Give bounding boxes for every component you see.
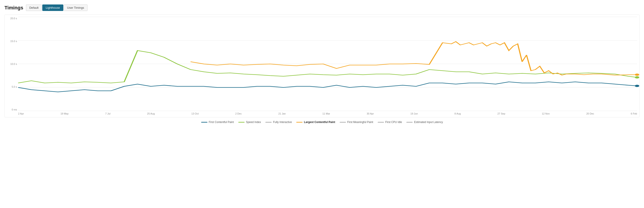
legend-eil: Estimated Input Latency	[406, 120, 443, 124]
legend-lcp-label: Largest Contentful Paint	[304, 120, 335, 124]
tab-user-timings[interactable]: User Timings	[64, 4, 88, 11]
legend-fci: First CPU Idle	[378, 120, 402, 124]
x-label-jul7: 7 Jul	[105, 112, 110, 115]
x-label-may19: 19 May	[60, 112, 68, 115]
legend-fcp: First Contentful Paint	[201, 120, 234, 124]
x-label-sep27: 27 Sep	[498, 112, 505, 115]
y-label-10: 10.0 s	[6, 62, 17, 65]
x-label-aug8: 8 Aug	[454, 112, 461, 115]
legend-fmp-label: First Meaningful Paint	[347, 120, 373, 124]
tab-default[interactable]: Default	[26, 4, 42, 11]
x-label-oct13: 13 Oct	[191, 112, 198, 115]
legend-fmp-line	[340, 122, 346, 122]
lcp-end-dot	[635, 74, 639, 76]
x-label-jan21: 21 Jan	[278, 112, 286, 115]
y-label-20: 20.0 s	[6, 17, 17, 20]
chart-container: 0 ms 5.0 s 10.0 s 15.0 s 20.0 s	[4, 14, 640, 118]
legend: First Contentful Paint Speed Index Fully…	[4, 120, 640, 124]
legend-fi-label: Fully Interactive	[273, 120, 292, 124]
x-label-dec2: 2 Dec	[235, 112, 242, 115]
legend-fcp-label: First Contentful Paint	[209, 120, 234, 124]
y-label-0: 0 ms	[6, 108, 17, 111]
legend-si-line	[238, 122, 244, 122]
fcp-end-dot	[635, 85, 639, 87]
legend-si-label: Speed Index	[246, 120, 261, 124]
legend-fi-line	[266, 122, 272, 122]
legend-fi: Fully Interactive	[266, 120, 292, 124]
tab-lighthouse[interactable]: Lighthouse	[42, 4, 63, 11]
page-title: Timings	[4, 5, 23, 11]
legend-fci-label: First CPU Idle	[385, 120, 402, 124]
lcp-line	[191, 42, 637, 75]
y-axis: 0 ms 5.0 s 10.0 s 15.0 s 20.0 s	[6, 17, 17, 111]
y-label-15: 15.0 s	[6, 40, 17, 42]
x-label-aug25: 25 Aug	[147, 112, 154, 115]
y-label-5: 5.0 s	[6, 86, 17, 88]
x-label-nov12: 12 Nov	[542, 112, 550, 115]
chart-area: 0 ms 5.0 s 10.0 s 15.0 s 20.0 s	[18, 17, 637, 111]
legend-si: Speed Index	[238, 120, 261, 124]
speed-index-line	[18, 50, 637, 83]
legend-fcp-line	[201, 122, 208, 122]
legend-eil-label: Estimated Input Latency	[414, 120, 443, 124]
x-label-apr30: 30 Apr	[367, 112, 374, 115]
x-label-dec20: 20 Dec	[586, 112, 594, 115]
legend-fmp: First Meaningful Paint	[340, 120, 373, 124]
x-label-jun19: 19 Jun	[410, 112, 418, 115]
chart-svg	[18, 17, 637, 111]
x-label-feb6: 6 Feb	[631, 112, 637, 115]
legend-lcp-line	[296, 122, 302, 122]
fcp-line	[18, 82, 637, 92]
si-end-dot	[635, 76, 639, 78]
legend-eil-line	[406, 122, 413, 122]
x-axis: 2 Apr 19 May 7 Jul 25 Aug 13 Oct 2 Dec 2…	[18, 112, 637, 115]
legend-lcp: Largest Contentful Paint	[296, 120, 335, 124]
tab-group: Default Lighthouse User Timings	[26, 4, 88, 11]
x-label-apr2: 2 Apr	[18, 112, 24, 115]
legend-fci-line	[378, 122, 384, 122]
x-label-mar11: 11 Mar	[322, 112, 330, 115]
